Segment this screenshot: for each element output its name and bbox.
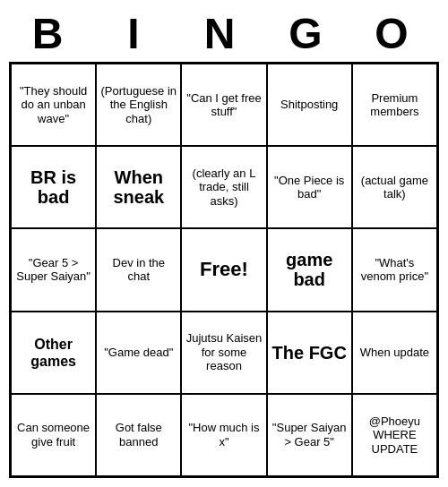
bingo-cell-5: BR is bad xyxy=(11,146,96,228)
bingo-cell-8: "One Piece is bad" xyxy=(267,146,352,228)
bingo-cell-21: Got false banned xyxy=(96,394,181,476)
bingo-cell-9: (actual game talk) xyxy=(352,146,437,228)
bingo-cell-12: Free! xyxy=(181,228,266,311)
bingo-cell-14: "What's venom price" xyxy=(352,228,437,311)
bingo-cell-11: Dev in the chat xyxy=(96,228,181,311)
bingo-cell-24: @Phoeyu WHERE UPDATE xyxy=(352,394,437,476)
bingo-cell-18: The FGC xyxy=(267,312,352,394)
bingo-cell-16: "Game dead" xyxy=(96,312,181,394)
bingo-cell-1: (Portuguese in the English chat) xyxy=(96,64,181,146)
title-n: N xyxy=(181,9,267,58)
bingo-grid: "They should do an unban wave"(Portugues… xyxy=(9,62,439,478)
bingo-cell-17: Jujutsu Kaisen for some reason xyxy=(181,312,266,394)
bingo-cell-23: "Super Saiyan > Gear 5" xyxy=(267,394,352,476)
title-b: B xyxy=(9,9,95,58)
bingo-cell-10: "Gear 5 > Super Saiyan" xyxy=(11,228,96,311)
bingo-cell-4: Premium members xyxy=(352,64,437,146)
bingo-cell-6: When sneak xyxy=(96,146,181,228)
bingo-cell-7: (clearly an L trade, still asks) xyxy=(181,146,266,228)
bingo-cell-22: "How much is x" xyxy=(181,394,266,476)
title-o: O xyxy=(353,9,439,58)
bingo-cell-0: "They should do an unban wave" xyxy=(11,64,96,146)
bingo-title: B I N G O xyxy=(9,9,439,58)
bingo-cell-20: Can someone give fruit xyxy=(11,394,96,476)
bingo-cell-3: Shitposting xyxy=(267,64,352,146)
title-i: I xyxy=(95,9,181,58)
bingo-cell-13: game bad xyxy=(267,228,352,311)
title-g: G xyxy=(267,9,353,58)
bingo-cell-15: Other games xyxy=(11,312,96,394)
bingo-cell-2: "Can I get free stuff" xyxy=(181,64,266,146)
bingo-cell-19: When update xyxy=(352,312,437,394)
